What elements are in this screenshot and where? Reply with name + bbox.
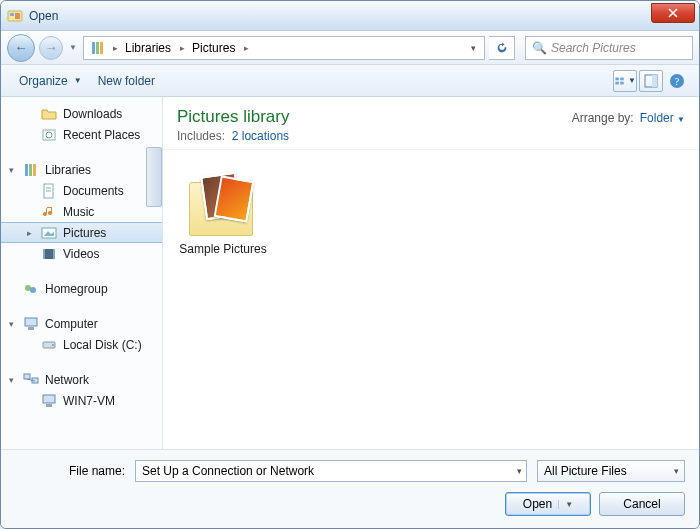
preview-pane-button[interactable] (639, 70, 663, 92)
chevron-icon[interactable]: ▸ (110, 43, 121, 53)
sidebar-item-documents[interactable]: Documents (1, 180, 162, 201)
chevron-icon[interactable]: ▸ (177, 43, 188, 53)
svg-point-28 (30, 287, 36, 293)
refresh-button[interactable] (489, 36, 515, 60)
main-area: Pictures library Includes: 2 locations A… (163, 97, 699, 449)
recent-icon (41, 127, 57, 143)
network-icon (23, 372, 39, 388)
chevron-down-icon: ▾ (674, 466, 679, 476)
sidebar-item-pictures[interactable]: ▸ Pictures (1, 222, 162, 243)
svg-rect-25 (43, 249, 45, 259)
svg-rect-26 (53, 249, 55, 259)
address-dropdown[interactable]: ▾ (464, 43, 482, 53)
svg-rect-3 (92, 42, 95, 54)
arrow-left-icon: ← (15, 40, 28, 55)
svg-rect-29 (25, 318, 37, 326)
titlebar: Open (1, 1, 699, 31)
collapse-icon[interactable]: ▾ (9, 375, 14, 385)
history-dropdown[interactable]: ▼ (67, 43, 79, 52)
library-title: Pictures library (177, 107, 289, 127)
sidebar: Downloads Recent Places ▾ Libraries (1, 97, 163, 449)
open-button[interactable]: Open ▼ (505, 492, 591, 516)
collapse-icon[interactable]: ▾ (9, 319, 14, 329)
forward-button[interactable]: → (39, 36, 63, 60)
folder-sample-pictures[interactable]: Sample Pictures (177, 168, 269, 256)
sidebar-item-libraries[interactable]: ▾ Libraries (1, 159, 162, 180)
preview-icon (643, 73, 659, 89)
body: Downloads Recent Places ▾ Libraries (1, 97, 699, 449)
sidebar-item-homegroup[interactable]: Homegroup (1, 278, 162, 299)
cancel-button[interactable]: Cancel (599, 492, 685, 516)
svg-rect-1 (10, 13, 14, 16)
filename-field[interactable]: ▾ (135, 460, 527, 482)
sidebar-item-win7vm[interactable]: WIN7-VM (1, 390, 162, 411)
disk-icon (41, 337, 57, 353)
svg-rect-17 (29, 164, 32, 176)
svg-text:?: ? (675, 76, 680, 87)
help-icon: ? (669, 73, 685, 89)
chevron-down-icon: ▼ (628, 76, 636, 85)
svg-rect-8 (615, 81, 618, 84)
filename-label: File name: (15, 464, 125, 478)
libraries-icon (23, 162, 39, 178)
library-icon (90, 40, 106, 56)
videos-icon (41, 246, 57, 262)
open-dialog: Open ← → ▼ ▸ Libraries ▸ Pictures ▸ ▾ 🔍 (0, 0, 700, 529)
sidebar-item-computer[interactable]: ▾ Computer (1, 313, 162, 334)
folder-icon (41, 106, 57, 122)
svg-rect-7 (620, 77, 623, 80)
svg-rect-33 (24, 374, 30, 379)
search-input[interactable] (551, 41, 686, 55)
split-dropdown-icon[interactable]: ▼ (558, 500, 573, 509)
sidebar-item-music[interactable]: Music (1, 201, 162, 222)
svg-rect-5 (100, 42, 103, 54)
file-list[interactable]: Sample Pictures (163, 150, 699, 449)
filename-dropdown[interactable]: ▾ (517, 466, 522, 476)
sidebar-item-downloads[interactable]: Downloads (1, 103, 162, 124)
arrange-by: Arrange by: Folder ▼ (572, 111, 685, 125)
svg-rect-11 (652, 75, 657, 87)
address-bar[interactable]: ▸ Libraries ▸ Pictures ▸ ▾ (83, 36, 485, 60)
svg-rect-37 (46, 404, 52, 407)
collapse-icon[interactable]: ▾ (9, 165, 14, 175)
filename-input[interactable] (142, 464, 520, 478)
organize-button[interactable]: Organize ▼ (11, 70, 90, 92)
locations-link[interactable]: 2 locations (232, 129, 289, 143)
svg-rect-36 (43, 395, 55, 403)
nav-tree: Downloads Recent Places ▾ Libraries (1, 103, 162, 411)
breadcrumb-pictures[interactable]: Pictures (188, 37, 241, 59)
toolbar: Organize ▼ New folder ▼ ? (1, 65, 699, 97)
newfolder-label: New folder (98, 74, 155, 88)
sidebar-item-localdisk[interactable]: Local Disk (C:) (1, 334, 162, 355)
close-button[interactable] (651, 3, 695, 23)
documents-icon (41, 183, 57, 199)
sidebar-item-recent[interactable]: Recent Places (1, 124, 162, 145)
chevron-down-icon: ▼ (677, 115, 685, 124)
arrange-by-dropdown[interactable]: Folder ▼ (640, 111, 685, 125)
sidebar-item-videos[interactable]: Videos (1, 243, 162, 264)
svg-rect-30 (28, 327, 34, 330)
sidebar-item-network[interactable]: ▾ Network (1, 369, 162, 390)
search-box[interactable]: 🔍 (525, 36, 693, 60)
search-icon: 🔍 (532, 41, 547, 55)
organize-label: Organize (19, 74, 68, 88)
chevron-icon[interactable]: ▸ (241, 43, 252, 53)
view-button[interactable]: ▼ (613, 70, 637, 92)
sidebar-scrollbar[interactable] (146, 147, 162, 207)
expand-icon[interactable]: ▸ (27, 228, 32, 238)
app-icon (7, 8, 23, 24)
svg-rect-2 (15, 13, 20, 19)
svg-rect-18 (33, 164, 36, 176)
back-button[interactable]: ← (7, 34, 35, 62)
help-button[interactable]: ? (665, 70, 689, 92)
navbar: ← → ▼ ▸ Libraries ▸ Pictures ▸ ▾ 🔍 (1, 31, 699, 65)
computer-icon (23, 316, 39, 332)
computer-icon (41, 393, 57, 409)
breadcrumb-libraries[interactable]: Libraries (121, 37, 177, 59)
svg-point-32 (52, 344, 54, 346)
pictures-icon (41, 225, 57, 241)
filetype-filter[interactable]: All Picture Files ▾ (537, 460, 685, 482)
folder-thumbnail (183, 168, 263, 236)
new-folder-button[interactable]: New folder (90, 70, 163, 92)
homegroup-icon (23, 281, 39, 297)
